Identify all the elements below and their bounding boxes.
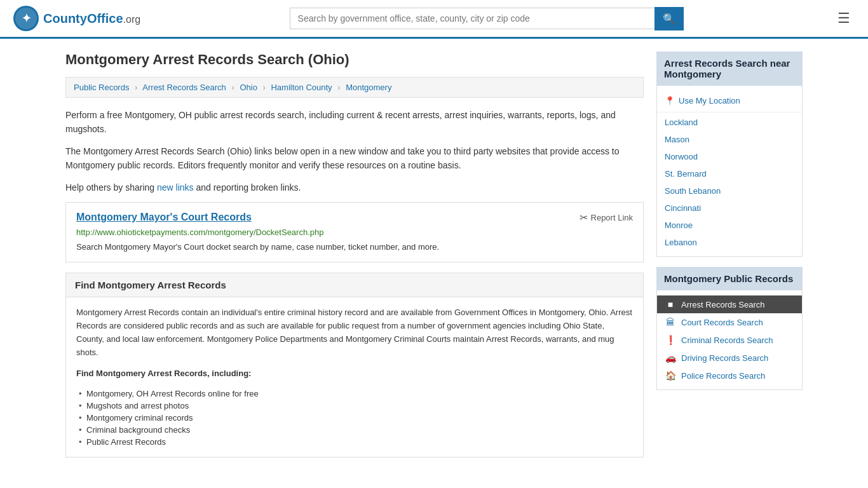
nearby-monroe[interactable]: Monroe [657,217,802,234]
logo-icon: ✦ [13,5,39,32]
content-area: Montgomery Arrest Records Search (Ohio) … [65,51,644,468]
sidebar: Arrest Records Search near Montgomery 📍 … [656,51,803,468]
nearby-norwood[interactable]: Norwood [657,148,802,165]
find-section: Find Montgomery Arrest Records Montgomer… [65,273,644,458]
breadcrumb-montgomery[interactable]: Montgomery [346,83,391,92]
breadcrumb: Public Records › Arrest Records Search ›… [65,77,644,98]
breadcrumb-sep-3: › [263,83,266,92]
court-icon: 🏛 [665,317,676,327]
find-section-header: Find Montgomery Arrest Records [66,273,643,297]
use-location-link[interactable]: 📍 Use My Location [657,91,802,111]
public-records-body: ■ Arrest Records Search 🏛 Court Records … [656,290,803,390]
public-records-box: Montgomery Public Records ■ Arrest Recor… [656,267,803,390]
hamburger-icon: ☰ [837,10,850,26]
menu-button[interactable]: ☰ [832,8,855,29]
police-icon: 🏠 [665,370,676,381]
description-1: Perform a free Montgomery, OH public arr… [65,108,644,137]
breadcrumb-sep: › [135,83,137,92]
description-2: The Montgomery Arrest Records Search (Oh… [65,144,644,173]
breadcrumb-sep-2: › [231,83,234,92]
public-records-arrest[interactable]: ■ Arrest Records Search [657,295,802,313]
public-records-header: Montgomery Public Records [656,267,803,290]
nearby-box: Arrest Records Search near Montgomery 📍 … [656,51,803,257]
nearby-st-bernard[interactable]: St. Bernard [657,165,802,182]
nearby-cincinnati[interactable]: Cincinnati [657,200,802,217]
arrest-label: Arrest Records Search [681,300,765,309]
record-url[interactable]: http://www.ohioticketpayments.com/montgo… [76,227,633,237]
use-location-label: Use My Location [679,96,740,105]
driving-icon: 🚗 [665,353,676,363]
record-title[interactable]: Montgomery Mayor's Court Records [76,212,252,223]
find-list: Montgomery, OH Arrest Records online for… [76,388,633,448]
breadcrumb-sep-4: › [337,83,340,92]
criminal-label: Criminal Records Search [681,336,773,345]
search-input[interactable] [290,8,654,29]
record-description: Search Montgomery Mayor's Court docket s… [76,241,633,254]
sidebar-divider [657,112,802,112]
find-section-body: Montgomery Arrest Records contain an ind… [66,297,643,457]
public-records-criminal[interactable]: ❗ Criminal Records Search [657,331,802,349]
logo-text: CountyOffice.org [43,11,140,26]
report-link-button[interactable]: ✂ Report Link [580,212,633,224]
public-records-driving[interactable]: 🚗 Driving Records Search [657,349,802,367]
breadcrumb-ohio[interactable]: Ohio [240,83,257,92]
nearby-south-lebanon[interactable]: South Lebanon [657,182,802,200]
find-subheader: Find Montgomery Arrest Records, includin… [76,367,633,381]
svg-text:✦: ✦ [22,12,31,25]
nearby-lockland[interactable]: Lockland [657,114,802,131]
search-icon: 🔍 [663,13,675,24]
description-3: Help others by sharing new links and rep… [65,180,644,194]
main-layout: Montgomery Arrest Records Search (Ohio) … [53,39,815,468]
breadcrumb-public-records[interactable]: Public Records [74,83,129,92]
page-title: Montgomery Arrest Records Search (Ohio) [65,51,644,68]
arrest-icon: ■ [665,299,676,309]
record-card: Montgomery Mayor's Court Records ✂ Repor… [65,202,644,263]
logo[interactable]: ✦ CountyOffice.org [13,5,140,32]
location-icon: 📍 [665,96,675,105]
list-item: Public Arrest Records [76,436,633,448]
list-item: Criminal background checks [76,424,633,436]
list-item: Montgomery criminal records [76,412,633,424]
search-area: 🔍 [290,7,684,30]
new-links-link[interactable]: new links [157,182,194,193]
site-header: ✦ CountyOffice.org 🔍 ☰ [0,0,868,39]
public-records-police[interactable]: 🏠 Police Records Search [657,367,802,384]
report-link-label: Report Link [591,213,633,222]
find-body-text: Montgomery Arrest Records contain an ind… [76,306,633,359]
scissors-icon: ✂ [580,212,588,224]
record-card-header: Montgomery Mayor's Court Records ✂ Repor… [76,212,633,224]
public-records-court[interactable]: 🏛 Court Records Search [657,313,802,331]
breadcrumb-hamilton[interactable]: Hamilton County [271,83,332,92]
list-item: Mugshots and arrest photos [76,400,633,412]
nearby-header: Arrest Records Search near Montgomery [656,51,803,86]
court-label: Court Records Search [681,318,763,327]
police-label: Police Records Search [681,371,765,381]
criminal-icon: ❗ [665,335,676,345]
desc3-suffix: and reporting broken links. [194,182,301,193]
nearby-body: 📍 Use My Location Lockland Mason Norwood… [656,86,803,257]
breadcrumb-arrest-records[interactable]: Arrest Records Search [142,83,226,92]
nearby-mason[interactable]: Mason [657,131,802,148]
nearby-lebanon[interactable]: Lebanon [657,234,802,251]
list-item: Montgomery, OH Arrest Records online for… [76,388,633,400]
desc3-prefix: Help others by sharing [65,182,157,193]
driving-label: Driving Records Search [681,353,768,363]
search-button[interactable]: 🔍 [654,7,684,30]
